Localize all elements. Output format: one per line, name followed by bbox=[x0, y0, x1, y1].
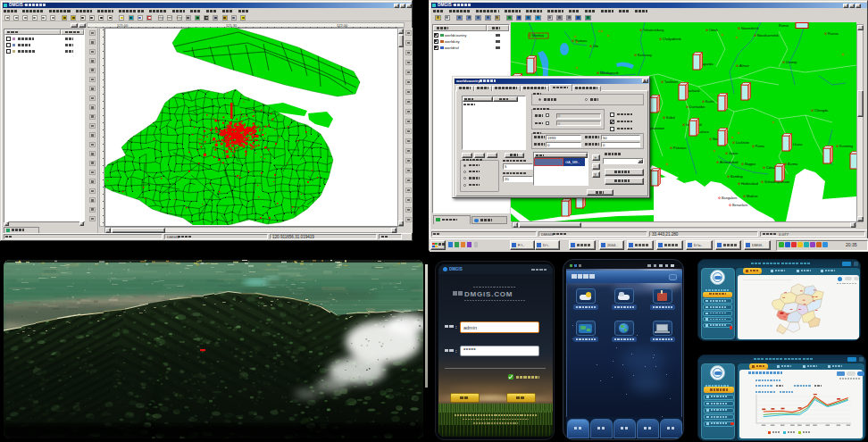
svg-text:Burma: Burma bbox=[788, 163, 798, 166]
svg-text:Lucknow: Lucknow bbox=[736, 141, 749, 145]
svg-text:Mikolayevsk: Mikolayevsk bbox=[600, 71, 619, 75]
svg-text:Rumai: Rumai bbox=[779, 24, 789, 28]
svg-text:Ufa: Ufa bbox=[593, 45, 599, 48]
svg-text:Lhasa: Lhasa bbox=[793, 143, 803, 146]
svg-text:Tashkent: Tashkent bbox=[664, 80, 679, 84]
svg-text:Lahore: Lahore bbox=[698, 130, 709, 134]
svg-text:Madras: Madras bbox=[747, 195, 758, 198]
svg-text:Kashi: Kashi bbox=[705, 100, 714, 104]
svg-text:Patna: Patna bbox=[755, 145, 765, 148]
svg-text:Dushanbe: Dushanbe bbox=[689, 105, 705, 109]
svg-text:Pakistan: Pakistan bbox=[673, 146, 687, 150]
svg-text:Kastanay: Kastanay bbox=[638, 54, 652, 57]
svg-text:Urumqi: Urumqi bbox=[786, 61, 797, 64]
svg-text:Yekaterinburg: Yekaterinburg bbox=[643, 29, 664, 32]
svg-text:Almatr: Almatr bbox=[739, 64, 750, 68]
svg-text:Chengdu: Chengdu bbox=[814, 109, 828, 113]
svg-text:Novokuznetsk: Novokuznetsk bbox=[757, 34, 779, 38]
svg-text:Omsk: Omsk bbox=[709, 29, 718, 32]
svg-text:Ahmedabad: Ahmedabad bbox=[720, 161, 738, 164]
svg-text:Bangalore: Bangalore bbox=[722, 196, 737, 200]
svg-text:Novosibirsk: Novosibirsk bbox=[741, 27, 759, 30]
svg-text:Russia: Russia bbox=[828, 32, 839, 36]
svg-text:Chalyabinsk: Chalyabinsk bbox=[663, 38, 681, 41]
svg-text:Moskva: Moskva bbox=[532, 34, 545, 38]
svg-text:Benanlore: Benanlore bbox=[732, 204, 747, 207]
svg-text:Kabul: Kabul bbox=[666, 116, 675, 120]
svg-text:Kunming: Kunming bbox=[839, 145, 853, 148]
svg-text:Bombay: Bombay bbox=[730, 175, 743, 179]
svg-text:Hederabad: Hederabad bbox=[741, 182, 758, 186]
svg-text:Nagpur: Nagpur bbox=[745, 163, 756, 166]
svg-text:Jaipur: Jaipur bbox=[729, 152, 739, 155]
